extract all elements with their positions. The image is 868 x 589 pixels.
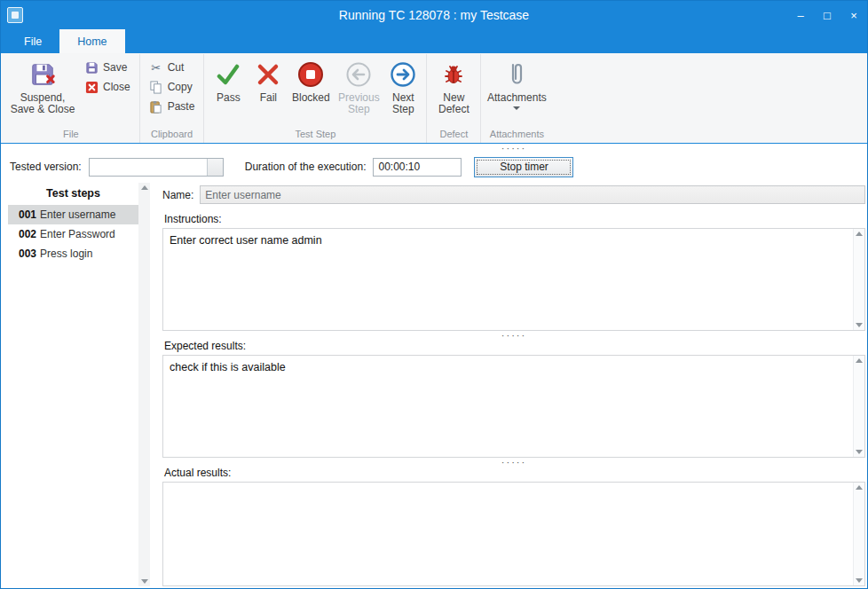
instructions-textarea[interactable]: Enter correct user name admin [162, 228, 865, 331]
save-icon [84, 60, 99, 75]
stop-timer-button[interactable]: Stop timer [474, 157, 573, 177]
step-number: 001 [19, 208, 36, 221]
step-item-001[interactable]: 001Enter username [8, 205, 138, 224]
scroll-down-icon[interactable] [856, 578, 863, 583]
cut-label: Cut [168, 61, 185, 74]
expected-scrollbar[interactable] [853, 356, 864, 457]
ribbon-group-clipboard: ✂ Cut Copy [140, 54, 205, 143]
chevron-down-icon[interactable] [207, 159, 223, 176]
instructions-label: Instructions: [164, 213, 865, 225]
paperclip-icon [502, 59, 531, 90]
scroll-down-icon[interactable] [856, 323, 863, 327]
cut-button[interactable]: ✂ Cut [146, 59, 199, 75]
step-item-003[interactable]: 003Press login [8, 244, 138, 263]
copy-button[interactable]: Copy [146, 79, 199, 95]
ribbon-splitter-grip[interactable]: ····· [1, 144, 867, 153]
expected-results-label: Expected results: [164, 340, 865, 352]
next-step-button[interactable]: Next Step [383, 56, 422, 117]
tab-file[interactable]: File [6, 29, 59, 53]
bug-icon [439, 59, 468, 90]
scroll-down-icon[interactable] [141, 579, 148, 584]
scroll-up-icon[interactable] [856, 358, 863, 363]
actual-results-textarea[interactable] [162, 482, 865, 586]
next-step-icon [389, 59, 417, 90]
scroll-up-icon[interactable] [856, 232, 863, 236]
pass-check-icon [214, 59, 242, 90]
title-bar: Running TC 128078 : my Testcase – □ × [1, 1, 867, 29]
close-icon [84, 80, 99, 94]
copy-icon [149, 80, 163, 94]
new-defect-button[interactable]: New Defect [430, 56, 477, 117]
app-icon[interactable] [7, 7, 23, 23]
group-label-clipboard: Clipboard [144, 127, 201, 143]
attachments-button[interactable]: Attachments [485, 56, 548, 112]
app-window: Running TC 128078 : my Testcase – □ × Fi… [0, 0, 868, 589]
blocked-stop-icon [296, 59, 325, 90]
pass-button[interactable]: Pass [208, 56, 249, 106]
execution-toolbar: Tested version: Duration of the executio… [1, 153, 867, 181]
group-label-file: File [6, 127, 136, 143]
save-button[interactable]: Save [81, 59, 134, 75]
save-suspend-icon [28, 59, 57, 90]
close-window-button[interactable]: × [840, 1, 867, 29]
window-controls: – □ × [787, 1, 867, 29]
group-label-test-step: Test Step [208, 127, 422, 143]
name-label: Name: [162, 189, 193, 201]
ribbon-tab-row: File Home [1, 29, 867, 53]
copy-label: Copy [168, 81, 193, 93]
expected-results-text: check if this is available [163, 356, 853, 457]
previous-step-button[interactable]: Previous Step [334, 56, 383, 117]
tab-home[interactable]: Home [59, 29, 124, 53]
tested-version-label: Tested version: [10, 161, 82, 173]
paste-button[interactable]: Paste [146, 98, 199, 114]
group-label-defect: Defect [430, 127, 477, 143]
instructions-splitter-grip[interactable]: ····· [162, 331, 865, 340]
scroll-up-icon[interactable] [856, 485, 863, 490]
close-button[interactable]: Close [81, 79, 134, 95]
test-steps-header: Test steps [8, 183, 138, 205]
ribbon-group-defect: New Defect Defect [427, 54, 481, 143]
blocked-button[interactable]: Blocked [288, 56, 334, 106]
expected-splitter-grip[interactable]: ····· [162, 458, 865, 467]
save-label: Save [103, 61, 127, 74]
test-steps-panel: Test steps 001Enter username 002Enter Pa… [8, 183, 150, 586]
tested-version-combo[interactable] [89, 158, 224, 177]
ribbon-group-attachments: Attachments Attachments [481, 54, 552, 143]
suspend-save-close-button[interactable]: Suspend, Save & Close [6, 56, 79, 117]
cut-icon: ✂ [149, 60, 163, 75]
step-number: 002 [19, 228, 36, 240]
test-steps-list: Test steps 001Enter username 002Enter Pa… [8, 183, 138, 586]
ribbon-group-file: Suspend, Save & Close Save [3, 54, 140, 143]
step-label: Enter Password [40, 228, 115, 240]
previous-step-icon [344, 59, 373, 90]
paste-label: Paste [168, 100, 195, 113]
step-number: 003 [19, 247, 36, 260]
duration-field[interactable] [373, 158, 462, 177]
steps-scrollbar[interactable] [138, 183, 150, 586]
ribbon: Suspend, Save & Close Save [1, 53, 867, 144]
window-title: Running TC 128078 : my Testcase [1, 8, 867, 22]
actual-results-label: Actual results: [164, 467, 865, 479]
step-detail-panel: Name: Enter username Instructions: Enter… [162, 183, 867, 586]
scroll-up-icon[interactable] [141, 185, 148, 190]
group-label-attachments: Attachments [485, 127, 548, 143]
minimize-button[interactable]: – [787, 1, 814, 29]
tested-version-value [90, 159, 207, 176]
expected-results-textarea[interactable]: check if this is available [162, 355, 865, 458]
actual-results-text [163, 483, 853, 585]
instructions-text: Enter correct user name admin [163, 229, 853, 330]
actual-scrollbar[interactable] [853, 483, 864, 585]
attachments-dropdown-icon [513, 106, 520, 110]
step-name-field[interactable]: Enter username [200, 185, 865, 204]
fail-x-icon [254, 59, 282, 90]
fail-button[interactable]: Fail [249, 56, 288, 106]
step-label: Enter username [40, 208, 115, 221]
maximize-button[interactable]: □ [814, 1, 840, 29]
main-content: Test steps 001Enter username 002Enter Pa… [1, 181, 867, 588]
ribbon-group-test-step: Pass Fail [204, 54, 427, 143]
instructions-scrollbar[interactable] [853, 229, 864, 330]
scroll-down-icon[interactable] [856, 450, 863, 454]
paste-icon [149, 99, 163, 114]
duration-label: Duration of the execution: [245, 161, 367, 173]
step-item-002[interactable]: 002Enter Password [8, 224, 138, 244]
